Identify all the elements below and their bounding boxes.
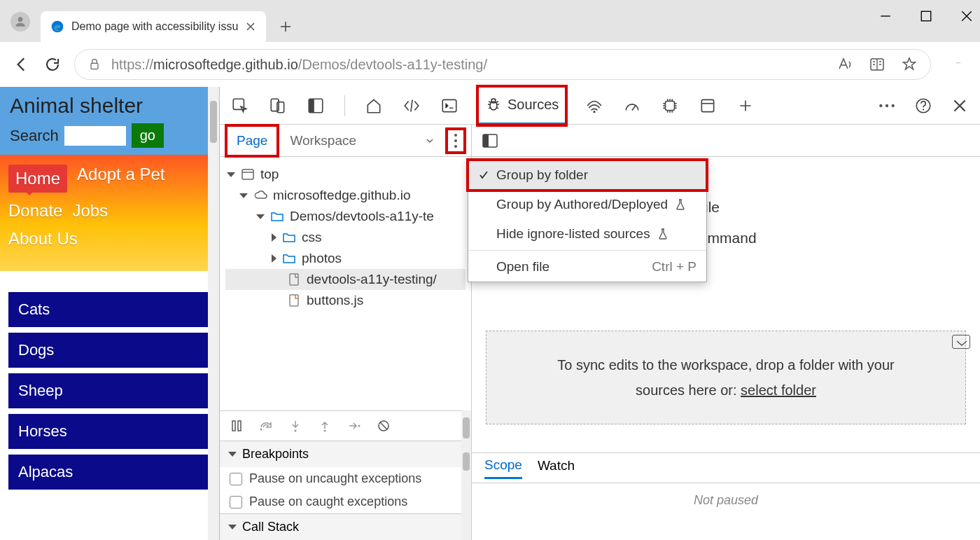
help-icon[interactable]: [914, 97, 932, 115]
list-item[interactable]: Cats: [8, 292, 209, 327]
bp-uncaught[interactable]: Pause on uncaught exceptions: [220, 467, 461, 490]
elements-icon[interactable]: [402, 97, 421, 115]
more-icon[interactable]: [878, 97, 896, 115]
list-item[interactable]: Alpacas: [8, 455, 209, 490]
url-text: https://microsoftedge.github.io/Demos/de…: [111, 57, 487, 73]
scrollbar[interactable]: [461, 410, 471, 540]
cloud-icon: [253, 188, 267, 202]
more-options-button[interactable]: [447, 130, 464, 152]
nav-home[interactable]: Home: [8, 165, 67, 193]
menu-group-authored[interactable]: Group by Authored/Deployed: [468, 190, 706, 219]
svg-rect-13: [442, 99, 456, 111]
profile-avatar[interactable]: [10, 12, 30, 32]
page-panel: Animal shelter Search go Home Adopt a Pe…: [0, 87, 218, 540]
step-into-icon[interactable]: [288, 419, 302, 433]
read-aloud-icon[interactable]: [836, 56, 853, 73]
tree-photos[interactable]: photos: [225, 248, 465, 269]
nav-adopt[interactable]: Adopt a Pet: [77, 165, 164, 193]
step-icon[interactable]: [347, 419, 361, 433]
svg-point-0: [18, 17, 23, 22]
close-icon[interactable]: [245, 21, 256, 32]
menu-group-by-folder[interactable]: Group by folder: [468, 160, 706, 190]
browser-tab[interactable]: Demo page with accessibility issu: [41, 11, 266, 42]
list-item[interactable]: Sheep: [8, 373, 209, 408]
reader-icon[interactable]: [869, 56, 886, 73]
deactivate-bp-icon[interactable]: [377, 419, 391, 433]
workspace-dropzone[interactable]: To sync edits to the workspace, drop a f…: [486, 331, 966, 424]
go-button[interactable]: go: [132, 123, 164, 148]
site-title: Animal shelter: [10, 94, 208, 118]
menu-hide-ignore[interactable]: Hide ignore-listed sources: [468, 219, 706, 249]
show-drawer-icon[interactable]: [952, 335, 970, 349]
settings-menu-button[interactable]: [949, 55, 967, 74]
flask-icon: [675, 198, 686, 211]
svg-rect-27: [232, 421, 235, 431]
select-folder-link[interactable]: select folder: [741, 382, 816, 398]
tree-top[interactable]: top: [225, 164, 465, 185]
chevron-down-icon[interactable]: [425, 136, 435, 146]
device-icon[interactable]: [269, 97, 287, 115]
browser-toolbar: https://microsoftedge.github.io/Demos/de…: [0, 42, 980, 87]
checkbox[interactable]: [230, 496, 242, 508]
nav-about[interactable]: About Us: [8, 229, 78, 249]
tree-host[interactable]: microsoftedge.github.io: [225, 185, 465, 206]
menu-open-file[interactable]: Open file Ctrl + P: [468, 252, 706, 282]
callstack-header[interactable]: Call Stack: [220, 514, 461, 540]
tree-buttons[interactable]: buttons.js: [225, 290, 465, 311]
favorite-icon[interactable]: [901, 56, 918, 73]
search-input[interactable]: [64, 126, 126, 146]
svg-rect-35: [483, 134, 489, 147]
application-icon[interactable]: [699, 97, 717, 115]
sources-tab[interactable]: Sources: [478, 87, 566, 125]
step-out-icon[interactable]: [318, 419, 332, 433]
context-menu: Group by folder Group by Authored/Deploy…: [468, 160, 707, 282]
svg-rect-12: [309, 99, 314, 113]
debug-controls: [220, 410, 461, 441]
checkbox[interactable]: [230, 473, 242, 485]
dock-icon[interactable]: [307, 97, 325, 115]
nav-donate[interactable]: Donate: [8, 201, 62, 221]
new-tab-button[interactable]: [272, 13, 300, 41]
address-bar[interactable]: https://microsoftedge.github.io/Demos/de…: [74, 49, 931, 80]
console-icon[interactable]: [440, 97, 458, 115]
breakpoints-section: Breakpoints Pause on uncaught exceptions…: [220, 441, 461, 514]
workspace-subtab[interactable]: Workspace: [280, 126, 366, 155]
watch-tab[interactable]: Watch: [538, 458, 575, 478]
bp-caught[interactable]: Pause on caught exceptions: [220, 490, 461, 513]
pause-icon[interactable]: [230, 419, 244, 433]
more-tabs-icon[interactable]: [736, 97, 755, 115]
file-tree: top microsoftedge.github.io Demos/devtoo…: [220, 157, 471, 410]
network-icon[interactable]: [585, 97, 603, 115]
svg-point-21: [892, 104, 895, 106]
show-navigator-icon[interactable]: [482, 133, 498, 148]
tree-index[interactable]: devtools-a11y-testing/: [225, 269, 465, 290]
back-button[interactable]: [13, 55, 31, 74]
svg-rect-25: [290, 274, 298, 285]
scope-tab[interactable]: Scope: [484, 457, 522, 479]
svg-point-6: [958, 62, 959, 63]
close-devtools-icon[interactable]: [951, 97, 969, 115]
maximize-button[interactable]: [920, 10, 932, 22]
inspect-icon[interactable]: [231, 97, 249, 115]
lock-icon: [88, 57, 102, 71]
close-window-button[interactable]: [960, 10, 973, 22]
tree-demos[interactable]: Demos/devtools-a11y-te: [225, 206, 465, 227]
svg-point-32: [358, 425, 360, 427]
performance-icon[interactable]: [623, 97, 641, 115]
page-subtab[interactable]: Page: [227, 126, 277, 155]
minimize-button[interactable]: [879, 10, 892, 22]
file-icon: [287, 272, 301, 286]
breakpoints-header[interactable]: Breakpoints: [220, 441, 461, 467]
svg-point-16: [594, 111, 596, 113]
welcome-icon[interactable]: [365, 97, 383, 115]
nav-jobs[interactable]: Jobs: [72, 201, 108, 221]
edge-icon: [50, 20, 64, 34]
tree-css[interactable]: css: [225, 227, 465, 248]
refresh-button[interactable]: [43, 55, 62, 74]
memory-icon[interactable]: [661, 97, 679, 115]
list-item[interactable]: Horses: [8, 414, 209, 449]
list-item[interactable]: Dogs: [8, 333, 209, 368]
step-over-icon[interactable]: [259, 419, 273, 433]
search-label: Search: [10, 127, 59, 145]
scrollbar[interactable]: [208, 87, 219, 540]
